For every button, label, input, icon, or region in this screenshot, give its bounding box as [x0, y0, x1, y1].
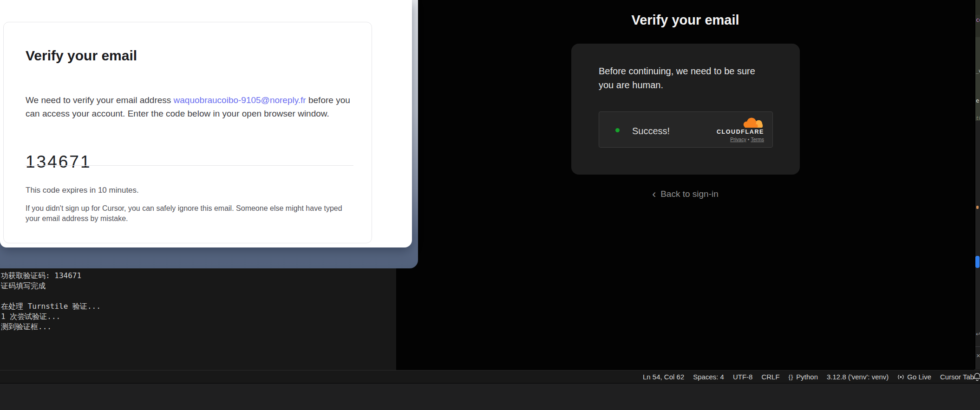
- verification-email-card: Verify your email We need to verify your…: [3, 22, 372, 243]
- return-arrow-icon: ↵: [976, 331, 980, 338]
- background-editor-sliver: co _w er th ↵ ×: [974, 0, 980, 369]
- cloudflare-cloud-icon: [742, 117, 764, 129]
- sliver-segment: [975, 0, 980, 15]
- indentation-indicator[interactable]: Spaces: 4: [693, 373, 724, 381]
- turnstile-status: Success!: [632, 126, 670, 137]
- status-bar-right-items: Ln 54, Col 62 Spaces: 4 UTF-8 CRLF {} Py…: [643, 371, 974, 383]
- cloudflare-wordmark: CLOUDFLARE: [717, 129, 764, 135]
- terminal-output: 功获取验证码: 134671 证码填写完成 在处理 Turnstile 验证..…: [1, 271, 101, 332]
- code-expiry-note: This code expires in 10 minutes.: [26, 186, 139, 195]
- cursor-position-indicator[interactable]: Ln 54, Col 62: [643, 373, 684, 381]
- terms-link[interactable]: Terms: [751, 137, 764, 142]
- email-disclaimer: If you didn't sign up for Cursor, you ca…: [26, 203, 351, 223]
- divider: [26, 165, 353, 166]
- go-live-button[interactable]: Go Live: [897, 373, 931, 381]
- privacy-link[interactable]: Privacy: [730, 137, 746, 142]
- eol-indicator[interactable]: CRLF: [761, 373, 779, 381]
- email-title: Verify your email: [26, 48, 137, 64]
- back-to-sign-in-link[interactable]: ‹ Back to sign-in: [396, 189, 974, 199]
- terminal-line: 在处理 Turnstile 验证...: [1, 302, 101, 312]
- close-icon[interactable]: ×: [976, 351, 980, 359]
- chevron-left-icon: ‹: [652, 189, 656, 199]
- code-fragment: co: [976, 17, 980, 23]
- page-title: Verify your email: [396, 13, 974, 28]
- terminal-line: [1, 292, 101, 302]
- encoding-indicator[interactable]: UTF-8: [733, 373, 753, 381]
- code-fragment: er: [976, 98, 980, 104]
- human-check-prompt: Before continuing, we need to be sure yo…: [599, 64, 770, 92]
- python-interpreter-indicator[interactable]: 3.12.8 ('venv': venv): [827, 373, 889, 381]
- browser-window: Verify your email Before continuing, we …: [396, 0, 974, 370]
- turnstile-links: Privacy•Terms: [730, 137, 764, 142]
- sliver-segment: [975, 37, 980, 121]
- broadcast-icon: [897, 374, 904, 380]
- scrollbar-thumb[interactable]: [975, 256, 980, 268]
- windows-taskbar: 中 S 1:43 PM 2/12/2025 z: [0, 383, 980, 410]
- verification-code: 134671: [26, 152, 91, 172]
- notifications-bell-icon[interactable]: [973, 372, 980, 382]
- bullet-separator: •: [748, 137, 750, 142]
- email-body-pre: We need to verify your email address: [26, 95, 174, 105]
- human-check-card: Before continuing, we need to be sure yo…: [571, 44, 800, 175]
- code-fragment: th: [976, 115, 980, 121]
- code-fragment: _w: [976, 68, 980, 74]
- modified-dot-icon: [976, 206, 979, 209]
- language-label: Python: [796, 373, 818, 381]
- cloudflare-turnstile-widget: Success! CLOUDFLARE Privacy•Terms: [599, 111, 773, 148]
- terminal-line: 功获取验证码: 134671: [1, 271, 101, 281]
- cursor-tab-indicator[interactable]: Cursor Tab: [940, 373, 974, 381]
- email-address-link[interactable]: waquobraucoibo-9105@noreply.fr: [174, 95, 306, 105]
- terminal-line: 1 次尝试验证...: [1, 312, 101, 322]
- go-live-label: Go Live: [907, 373, 931, 381]
- email-viewer-window: Verify your email We need to verify your…: [0, 0, 412, 247]
- back-to-sign-in-label: Back to sign-in: [660, 189, 719, 199]
- terminal-panel[interactable]: 功获取验证码: 134671 证码填写完成 在处理 Turnstile 验证..…: [0, 268, 396, 370]
- status-bar: Ln 54, Col 62 Spaces: 4 UTF-8 CRLF {} Py…: [0, 370, 980, 383]
- desktop-screen: 功获取验证码: 134671 证码填写完成 在处理 Turnstile 验证..…: [0, 0, 980, 410]
- terminal-line: 测到验证框...: [1, 322, 101, 332]
- language-mode-indicator[interactable]: {} Python: [789, 373, 818, 381]
- email-body: We need to verify your email address waq…: [26, 93, 355, 120]
- success-dot-icon: [615, 128, 620, 132]
- terminal-line: 证码填写完成: [1, 281, 101, 292]
- braces-icon: {}: [789, 373, 794, 380]
- divider: [975, 346, 980, 347]
